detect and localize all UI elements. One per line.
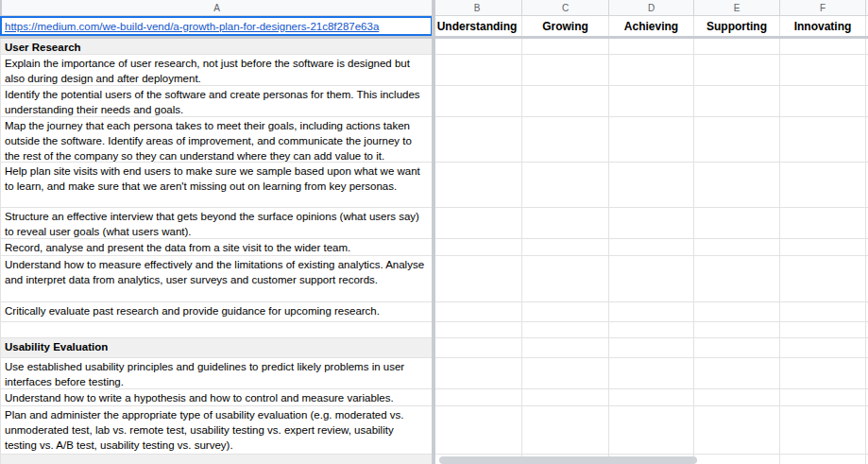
cell[interactable] [609, 389, 694, 405]
cell[interactable] [609, 39, 694, 54]
cell[interactable] [780, 338, 866, 357]
cell[interactable] [694, 358, 780, 388]
cell[interactable] [694, 389, 780, 405]
cell[interactable] [694, 163, 780, 207]
cell[interactable] [609, 302, 694, 321]
cell[interactable] [694, 39, 780, 54]
cell[interactable] [433, 406, 522, 454]
column-header-f[interactable]: F [780, 0, 866, 16]
cell[interactable] [433, 239, 522, 255]
cell[interactable] [433, 117, 522, 162]
cell[interactable] [433, 39, 522, 54]
cell[interactable] [694, 338, 780, 357]
selected-cell-a1[interactable]: https://medium.com/we-build-vend/a-growt… [0, 16, 433, 36]
cell[interactable] [609, 208, 694, 238]
cell[interactable] [522, 39, 609, 54]
cell[interactable] [780, 55, 866, 85]
cell[interactable] [433, 389, 522, 405]
cell[interactable] [433, 55, 522, 85]
column-header-e[interactable]: E [694, 0, 780, 16]
cell[interactable] [433, 302, 522, 321]
cell[interactable] [433, 358, 522, 388]
cell[interactable] [433, 256, 522, 301]
cell[interactable] [780, 239, 866, 255]
column-header-d[interactable]: D [609, 0, 694, 16]
cell[interactable] [609, 358, 694, 388]
cell[interactable] [522, 389, 609, 405]
cell[interactable] [780, 358, 866, 388]
cell-a[interactable]: Critically evaluate past research and pr… [0, 302, 433, 321]
cell[interactable] [694, 302, 780, 321]
cell-a[interactable]: Record, analyse and present the data fro… [0, 239, 433, 255]
cell-a[interactable]: Explain the importance of user research,… [0, 55, 433, 85]
cell[interactable] [522, 406, 609, 454]
cell[interactable] [694, 55, 780, 85]
cell[interactable] [694, 208, 780, 238]
cell[interactable] [609, 322, 694, 337]
cell-a[interactable]: Structure an effective interview that ge… [0, 208, 433, 238]
cell[interactable] [522, 208, 609, 238]
cell[interactable] [780, 86, 866, 116]
column-header-b[interactable]: B [433, 0, 522, 16]
cell[interactable] [522, 239, 609, 255]
cell[interactable] [780, 163, 866, 207]
cell[interactable] [522, 86, 609, 116]
cell-a[interactable] [0, 322, 433, 337]
cell-f1-level[interactable]: Innovating [780, 16, 866, 36]
cell[interactable] [780, 406, 866, 454]
cell[interactable] [780, 322, 866, 337]
cell[interactable] [694, 239, 780, 255]
cell[interactable] [522, 302, 609, 321]
cell-a[interactable]: Help plan site visits with end users to … [0, 163, 433, 207]
cell[interactable] [433, 322, 522, 337]
cell[interactable] [694, 455, 780, 464]
cell[interactable] [780, 302, 866, 321]
cell-a[interactable]: Map the journey that each persona takes … [0, 117, 433, 162]
cell[interactable] [522, 338, 609, 357]
cell-a[interactable]: Use established usability principles and… [0, 358, 433, 388]
cell-b1-level[interactable]: Understanding [433, 16, 522, 36]
cell[interactable] [522, 117, 609, 162]
cell[interactable] [609, 117, 694, 162]
cell[interactable] [433, 338, 522, 357]
cell[interactable] [780, 117, 866, 162]
cell[interactable] [609, 406, 694, 454]
cell[interactable] [433, 86, 522, 116]
cell[interactable] [694, 86, 780, 116]
cell[interactable] [609, 256, 694, 301]
cell[interactable] [780, 455, 866, 464]
cell[interactable] [694, 406, 780, 454]
cell-a[interactable]: Understand how to measure effectively an… [0, 256, 433, 301]
cell[interactable] [780, 389, 866, 405]
cell-a[interactable]: Identify the potential users of the soft… [0, 86, 433, 116]
cell[interactable] [609, 239, 694, 255]
cell-e1-level[interactable]: Supporting [694, 16, 780, 36]
cell[interactable] [609, 163, 694, 207]
cell[interactable] [609, 338, 694, 357]
cell-c1-level[interactable]: Growing [522, 16, 609, 36]
cell[interactable] [433, 208, 522, 238]
cell-a[interactable]: Understand how to write a hypothesis and… [0, 389, 433, 405]
cell[interactable] [780, 256, 866, 301]
cell-d1-level[interactable]: Achieving [609, 16, 694, 36]
cell-a[interactable]: Plan and administer the appropriate type… [0, 406, 433, 454]
cell[interactable] [780, 39, 866, 54]
cell[interactable] [433, 163, 522, 207]
url-link[interactable]: https://medium.com/we-build-vend/a-growt… [5, 21, 379, 32]
horizontal-scrollbar-thumb[interactable] [439, 456, 697, 464]
cell[interactable] [522, 256, 609, 301]
cell[interactable] [522, 358, 609, 388]
column-header-c[interactable]: C [522, 0, 609, 16]
cell[interactable] [694, 256, 780, 301]
cell-a[interactable]: Usability Evaluation [0, 338, 433, 357]
cell-a[interactable] [0, 455, 433, 464]
cell-a[interactable]: User Research [0, 39, 433, 54]
cell[interactable] [522, 163, 609, 207]
cell[interactable] [694, 117, 780, 162]
cell[interactable] [522, 55, 609, 85]
cell[interactable] [694, 322, 780, 337]
column-header-a[interactable]: A [2, 0, 433, 16]
cell[interactable] [609, 86, 694, 116]
cell[interactable] [780, 208, 866, 238]
cell[interactable] [609, 55, 694, 85]
